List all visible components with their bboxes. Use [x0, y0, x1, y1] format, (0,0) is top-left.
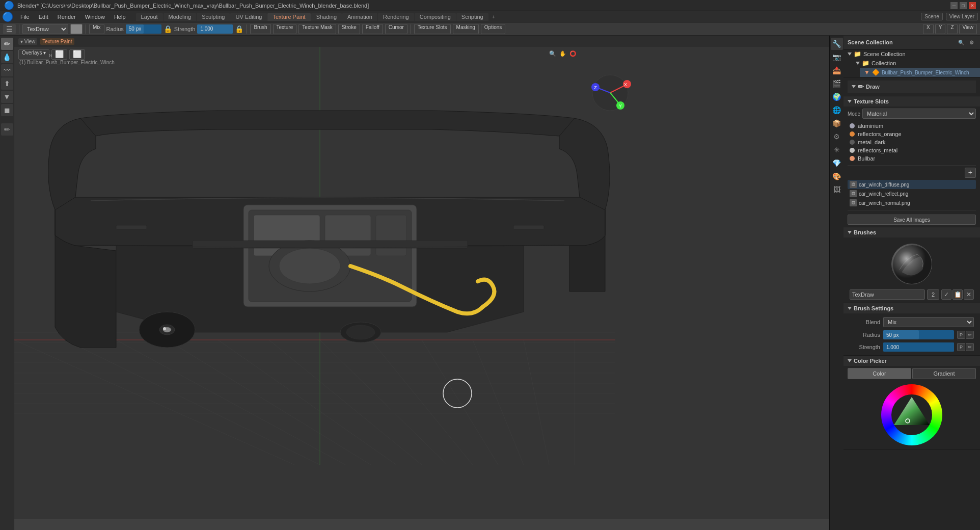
brush-settings-header[interactable]: Brush Settings	[843, 303, 980, 313]
add-texture-btn[interactable]: +	[965, 168, 976, 178]
scene-collection-item[interactable]: 📁 Scene Collection	[843, 49, 980, 59]
brush-save-btn[interactable]: ✓	[941, 289, 951, 300]
axis-y-btn[interactable]: Y	[935, 24, 946, 34]
material-reflectors-orange[interactable]: reflectors_orange	[848, 130, 976, 138]
brush-btn[interactable]: Brush	[250, 24, 270, 34]
modifier-icon[interactable]: ⚙	[831, 130, 843, 143]
object-icon[interactable]: 📦	[831, 117, 843, 129]
viewport-shading-solid[interactable]: ⬜	[51, 49, 67, 60]
options-btn[interactable]: Options	[481, 24, 505, 34]
panel-toggle-btn[interactable]: ☰	[3, 24, 16, 34]
radius-slider[interactable]: 50 px	[126, 24, 161, 34]
masking-btn[interactable]: Masking	[453, 24, 479, 34]
active-tool-icon[interactable]: 🔧	[831, 38, 843, 50]
clone-tool-btn[interactable]: ⬆	[1, 77, 13, 90]
texture-reflect[interactable]: 🖼 car_winch_reflect.png	[848, 189, 976, 198]
render-icon[interactable]: 📷	[831, 51, 843, 63]
physics-icon[interactable]: 💎	[831, 157, 843, 169]
tab-layout[interactable]: Layout	[136, 13, 163, 21]
brushes-header[interactable]: Brushes	[843, 227, 980, 237]
soften-tool-btn[interactable]: 💧	[1, 51, 13, 63]
bs-strength-slider[interactable]: 1.000	[883, 342, 954, 352]
save-all-images-btn[interactable]: Save All Images	[848, 215, 976, 225]
color-tab-btn[interactable]: Color	[848, 368, 911, 379]
brush-delete-btn[interactable]: ✕	[964, 289, 974, 300]
brush-color-swatch[interactable]	[70, 24, 83, 34]
maximize-btn[interactable]: □	[960, 2, 967, 9]
particles-icon[interactable]: ✳	[831, 144, 843, 156]
texture-icon[interactable]: 🖼	[831, 183, 843, 196]
overlay-dropdown[interactable]: Overlays ▾	[18, 49, 49, 60]
scene-filter-icon[interactable]: 🔍	[957, 38, 966, 47]
viewport-shading-menu[interactable]: ▾ View	[18, 38, 37, 45]
radius-pen-icon[interactable]: ✏	[966, 331, 974, 339]
material-reflectors-metal[interactable]: reflectors_metal	[848, 146, 976, 154]
texture-normal[interactable]: 🖼 car_winch_normal.png	[848, 198, 976, 207]
scene-settings-icon[interactable]: ⚙	[967, 38, 976, 47]
material-metal-dark[interactable]: metal_dark	[848, 138, 976, 146]
texture-slots-btn[interactable]: Texture Slots	[414, 24, 451, 34]
collection-item[interactable]: 📁 Collection	[852, 59, 980, 68]
color-picker-header[interactable]: Color Picker	[843, 356, 980, 366]
axis-x-btn[interactable]: X	[923, 24, 934, 34]
view-layer-icon[interactable]: 🎬	[831, 77, 843, 90]
viewport-shading-material[interactable]: ⬜	[69, 49, 85, 60]
viewport-canvas[interactable]: User Perspective (1) Bullbar_Push_Bumper…	[14, 47, 829, 519]
viewport-3d[interactable]: ▾ View Texture Paint	[14, 36, 829, 530]
menu-edit[interactable]: Edit	[35, 13, 52, 21]
mode-dropdown[interactable]: TexDraw	[22, 24, 68, 34]
annotate-tool-btn[interactable]: ✏	[1, 123, 13, 136]
tab-rendering[interactable]: Rendering	[378, 13, 414, 21]
brush-preview-circle[interactable]	[891, 244, 932, 284]
tab-compositing[interactable]: Compositing	[415, 13, 456, 21]
radius-lock-icon[interactable]: 🔒	[164, 25, 172, 33]
strength-lock-icon[interactable]: 🔒	[235, 25, 243, 33]
output-icon[interactable]: 📤	[831, 64, 843, 76]
tab-modeling[interactable]: Modeling	[164, 13, 197, 21]
tab-sculpting[interactable]: Sculpting	[197, 13, 230, 21]
blend-mode-btn[interactable]: Mix	[89, 24, 104, 34]
minimize-btn[interactable]: ─	[950, 2, 958, 9]
tab-shading[interactable]: Shading	[311, 13, 342, 21]
tab-texture-paint[interactable]: Texture Paint	[267, 13, 310, 21]
strength-pressure-icon[interactable]: P	[957, 343, 965, 351]
axis-z-btn[interactable]: Z	[947, 24, 957, 34]
mode-dropdown-ts[interactable]: Material	[862, 109, 976, 119]
strength-slider[interactable]: 1.000	[197, 24, 233, 34]
material-bullbar[interactable]: Bullbar	[848, 154, 976, 163]
texture-btn[interactable]: Texture	[273, 24, 297, 34]
stroke-btn[interactable]: Stroke	[338, 24, 360, 34]
view-btn[interactable]: View	[959, 24, 977, 34]
menu-file[interactable]: File	[16, 13, 34, 21]
menu-help[interactable]: Help	[110, 13, 130, 21]
view-layer-selector[interactable]: View Layer	[946, 13, 978, 20]
tab-animation[interactable]: Animation	[342, 13, 377, 21]
material-aluminium[interactable]: aluminium	[848, 122, 976, 130]
window-controls[interactable]: ─ □ ✕	[950, 2, 976, 9]
strength-pen-icon[interactable]: ✏	[966, 343, 974, 351]
texture-mask-btn[interactable]: Texture Mask	[298, 24, 336, 34]
world-icon[interactable]: 🌐	[831, 104, 843, 116]
brush-name-input[interactable]	[850, 289, 925, 300]
scene-icon[interactable]: 🌍	[831, 91, 843, 103]
blend-dropdown[interactable]: Mix	[883, 317, 974, 327]
tab-uv-editing[interactable]: UV Editing	[230, 13, 267, 21]
menu-render[interactable]: Render	[53, 13, 80, 21]
gradient-tab-btn[interactable]: Gradient	[912, 368, 976, 379]
tab-add[interactable]: +	[489, 13, 498, 21]
draw-section-header[interactable]: ✏ Draw	[848, 81, 976, 93]
color-wheel[interactable]	[881, 384, 942, 445]
tab-scripting[interactable]: Scripting	[456, 13, 488, 21]
draw-tool-btn[interactable]: ✏	[1, 38, 13, 50]
mask-tool-btn[interactable]: ◼	[1, 104, 13, 116]
close-btn[interactable]: ✕	[969, 2, 976, 9]
bs-radius-slider[interactable]: 50 px	[883, 330, 954, 339]
texture-paint-mode[interactable]: Texture Paint	[40, 38, 74, 45]
smear-tool-btn[interactable]: 〰	[1, 64, 13, 76]
material-icon[interactable]: 🎨	[831, 170, 843, 182]
radius-pressure-icon[interactable]: P	[957, 331, 965, 339]
falloff-btn[interactable]: Falloff	[362, 24, 383, 34]
texture-diffuse[interactable]: 🖼 car_winch_diffuse.png	[848, 180, 976, 189]
cursor-btn[interactable]: Cursor	[385, 24, 407, 34]
menu-window[interactable]: Window	[81, 13, 109, 21]
